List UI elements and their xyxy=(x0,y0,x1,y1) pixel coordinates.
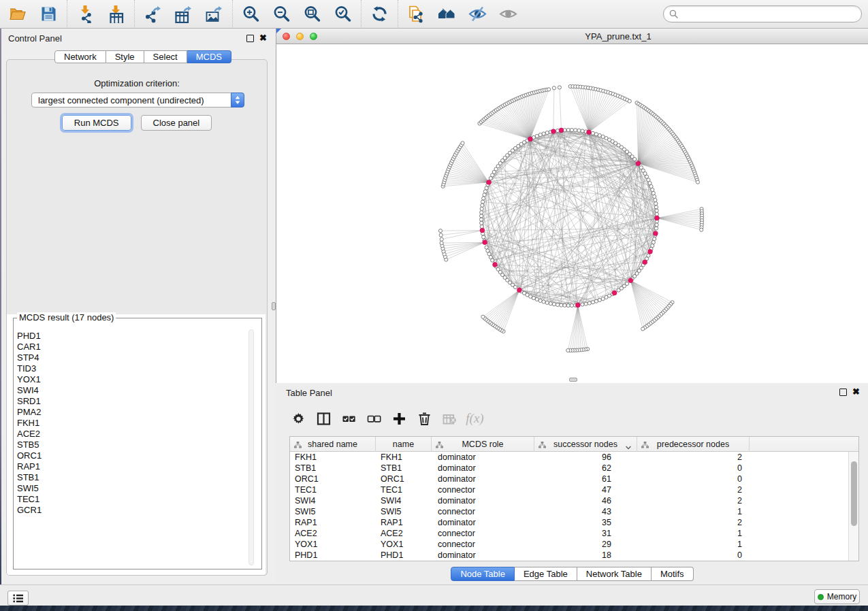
cell-predecessor-nodes: 1 xyxy=(637,539,750,550)
node-table: shared namenameMCDS rolesuccessor nodesp… xyxy=(289,436,859,561)
mcds-result-item[interactable]: FKH1 xyxy=(14,418,246,429)
hide-graphics-details-icon[interactable] xyxy=(462,2,493,27)
graph-node xyxy=(647,254,650,257)
column-header-filler xyxy=(750,437,858,452)
mcds-result-item[interactable]: PMA2 xyxy=(14,407,246,418)
task-history-button[interactable] xyxy=(7,591,29,606)
graph-node xyxy=(558,86,561,89)
network-view-window: YPA_prune.txt_1 xyxy=(276,29,868,383)
table-scrollbar-track[interactable] xyxy=(848,452,858,561)
zoom-selected-icon[interactable] xyxy=(327,2,358,27)
mcds-result-item[interactable]: YOX1 xyxy=(14,374,246,385)
tab-node-table[interactable]: Node Table xyxy=(451,567,515,581)
open-session-icon[interactable] xyxy=(3,2,33,27)
delete-column-icon[interactable] xyxy=(412,407,437,430)
table-settings-icon[interactable] xyxy=(286,407,311,430)
column-panel-icon[interactable] xyxy=(311,407,336,430)
table-row[interactable]: TEC1TEC1connector472 xyxy=(290,484,858,495)
table-row[interactable]: SWI4SWI4dominator462 xyxy=(290,495,858,506)
graph-node xyxy=(591,131,594,135)
mcds-result-item[interactable]: TID3 xyxy=(14,363,246,374)
column-header-MCDS-role[interactable]: MCDS role xyxy=(432,437,534,452)
column-header-name[interactable]: name xyxy=(376,437,432,452)
graph-node xyxy=(652,241,655,244)
cell-predecessor-nodes: 0 xyxy=(637,550,750,561)
cell-predecessor-nodes: 1 xyxy=(637,528,750,539)
memory-button[interactable]: Memory xyxy=(814,589,860,604)
mcds-result-item[interactable]: STB5 xyxy=(14,440,246,450)
table-row[interactable]: RAP1RAP1dominator352 xyxy=(290,517,858,528)
tab-motifs[interactable]: Motifs xyxy=(652,567,694,581)
graph-hub-node xyxy=(480,228,485,233)
table-row[interactable]: ACE2ACE2connector311 xyxy=(290,528,858,539)
show-graphics-details-icon[interactable] xyxy=(493,2,524,27)
save-session-icon[interactable] xyxy=(33,2,64,27)
network-canvas[interactable] xyxy=(276,44,868,383)
tab-style[interactable]: Style xyxy=(106,50,144,63)
criterion-dropdown[interactable]: largest connected component (undirected) xyxy=(31,93,244,108)
mcds-result-item[interactable]: GCR1 xyxy=(14,505,246,516)
graph-node xyxy=(566,303,570,307)
vertical-splitter-grip[interactable] xyxy=(272,302,276,310)
tab-network[interactable]: Network xyxy=(54,50,106,63)
table-row[interactable]: SWI5SWI5connector431 xyxy=(290,506,858,517)
mcds-result-item[interactable]: SWI4 xyxy=(14,385,246,396)
tab-mcds[interactable]: MCDS xyxy=(187,50,231,63)
show-all-panels-icon[interactable] xyxy=(432,2,462,27)
zoom-in-icon[interactable] xyxy=(236,2,266,27)
network-window-titlebar[interactable]: YPA_prune.txt_1 xyxy=(276,29,868,44)
mcds-result-item[interactable]: CAR1 xyxy=(14,342,246,352)
export-image-icon[interactable] xyxy=(199,2,229,27)
mcds-result-item[interactable]: PHD1 xyxy=(14,331,246,342)
export-network-icon[interactable] xyxy=(138,2,168,27)
tab-edge-table[interactable]: Edge Table xyxy=(515,567,577,581)
table-close-icon[interactable]: ✖ xyxy=(852,386,860,397)
tab-network-table[interactable]: Network Table xyxy=(577,567,652,581)
mcds-result-item[interactable]: ACE2 xyxy=(14,429,246,440)
zoom-out-icon[interactable] xyxy=(266,2,297,27)
mcds-result-item[interactable]: SWI5 xyxy=(14,483,246,494)
refresh-icon[interactable] xyxy=(364,2,395,27)
float-panel-icon[interactable] xyxy=(246,35,254,42)
graph-node xyxy=(438,229,442,233)
mcds-result-scrollbar[interactable] xyxy=(248,329,254,565)
mcds-result-item[interactable]: RAP1 xyxy=(14,461,246,472)
tab-select[interactable]: Select xyxy=(144,50,187,63)
import-table-icon[interactable] xyxy=(101,2,131,27)
mcds-result-item[interactable]: SRD1 xyxy=(14,396,246,407)
mcds-result-list[interactable]: PHD1CAR1STP4TID3YOX1SWI4SRD1PMA2FKH1ACE2… xyxy=(14,331,246,568)
search-box[interactable] xyxy=(663,5,862,22)
column-header-shared-name[interactable]: shared name xyxy=(290,437,376,452)
graph-hub-node xyxy=(559,128,564,133)
deselect-all-check-icon[interactable] xyxy=(361,407,387,430)
mcds-result-item[interactable]: STB1 xyxy=(14,472,246,483)
table-row[interactable]: YOX1YOX1connector291 xyxy=(290,539,858,550)
mcds-result-item[interactable]: STP4 xyxy=(14,352,246,363)
table-row[interactable]: FKH1FKH1dominator962 xyxy=(290,452,858,463)
search-input[interactable] xyxy=(678,7,861,21)
close-panel-icon[interactable]: ✖ xyxy=(259,33,267,43)
export-table-icon[interactable] xyxy=(168,2,199,27)
column-header-predecessor-nodes[interactable]: predecessor nodes xyxy=(637,437,750,452)
add-column-icon[interactable] xyxy=(387,407,412,430)
table-row[interactable]: STB1STB1dominator620 xyxy=(290,463,858,474)
horizontal-splitter-grip[interactable] xyxy=(569,378,577,382)
table-row[interactable]: ORC1ORC1dominator610 xyxy=(290,474,858,484)
zoom-fit-icon[interactable] xyxy=(297,2,327,27)
import-network-icon[interactable] xyxy=(70,2,101,27)
run-mcds-button[interactable]: Run MCDS xyxy=(62,115,131,131)
table-scrollbar-thumb[interactable] xyxy=(851,461,857,526)
graph-node xyxy=(485,186,488,190)
graph-node xyxy=(545,301,549,304)
clone-network-icon[interactable] xyxy=(401,2,432,27)
table-row[interactable]: PHD1PHD1dominator180 xyxy=(290,550,858,561)
select-all-check-icon[interactable] xyxy=(336,407,361,430)
cell-predecessor-nodes: 2 xyxy=(637,452,750,463)
cell-shared-name: YOX1 xyxy=(290,539,376,550)
column-header-successor-nodes[interactable]: successor nodes xyxy=(534,437,637,452)
graph-node xyxy=(566,128,570,131)
table-float-icon[interactable] xyxy=(839,389,847,396)
close-panel-button[interactable]: Close panel xyxy=(141,115,212,131)
mcds-result-item[interactable]: ORC1 xyxy=(14,450,246,461)
mcds-result-item[interactable]: TEC1 xyxy=(14,494,246,505)
